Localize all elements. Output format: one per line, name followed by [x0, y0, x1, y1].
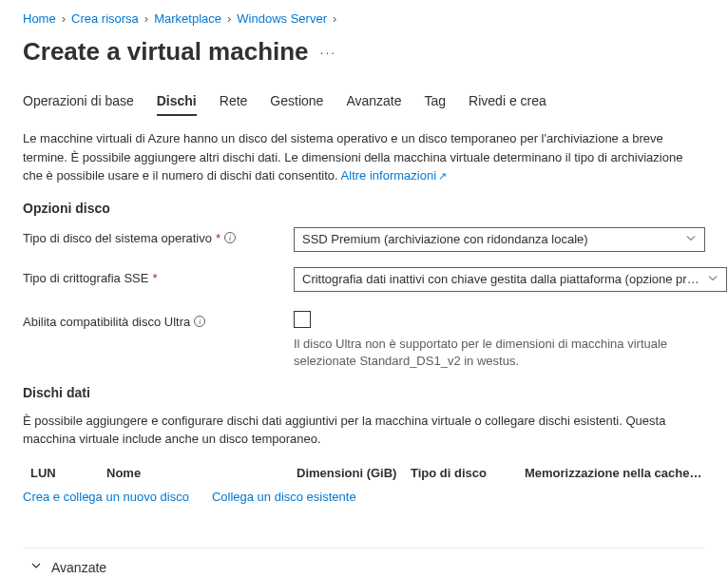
- breadcrumb-create-resource[interactable]: Crea risorsa: [71, 11, 139, 26]
- ultra-disk-label: Abilita compatibilità disco Ultra i: [23, 311, 294, 329]
- required-indicator: *: [216, 231, 220, 245]
- chevron-down-icon: [707, 272, 718, 286]
- col-lun: LUN: [30, 466, 106, 480]
- intro-text: Le macchine virtuali di Azure hanno un d…: [23, 129, 705, 185]
- chevron-right-icon: ›: [62, 11, 66, 26]
- col-size: Dimensioni (GiB): [297, 466, 411, 480]
- section-disk-options: Opzioni disco: [23, 201, 705, 216]
- col-name: Nome: [106, 466, 297, 480]
- create-attach-disk-link[interactable]: Crea e collega un nuovo disco: [23, 490, 189, 504]
- sse-encryption-label: Tipo di crittografia SSE *: [23, 267, 294, 285]
- tab-disks[interactable]: Dischi: [157, 93, 197, 116]
- chevron-down-icon: [685, 232, 697, 246]
- tab-advanced[interactable]: Avanzate: [346, 93, 401, 116]
- chevron-right-icon: ›: [227, 11, 231, 26]
- tab-networking[interactable]: Rete: [220, 93, 248, 116]
- learn-more-link[interactable]: Altre informazioni↗: [341, 168, 447, 183]
- ultra-disk-hint: Il disco Ultra non è supportato per le d…: [294, 336, 705, 370]
- chevron-right-icon: ›: [333, 11, 336, 26]
- col-disk-type: Tipo di disco: [411, 466, 525, 480]
- page-title: Create a virtual machine: [23, 37, 309, 67]
- advanced-accordion-label: Avanzate: [51, 560, 106, 575]
- external-link-icon: ↗: [438, 170, 447, 182]
- ultra-disk-checkbox[interactable]: [294, 311, 311, 328]
- breadcrumb-home[interactable]: Home: [23, 11, 56, 26]
- col-caching: Memorizzazione nella cache de…: [525, 466, 705, 480]
- breadcrumb: Home › Crea risorsa › Marketplace › Wind…: [23, 11, 705, 26]
- tab-basics[interactable]: Operazioni di base: [23, 93, 134, 116]
- section-data-disks: Dischi dati: [23, 385, 705, 400]
- chevron-right-icon: ›: [144, 11, 148, 26]
- info-icon[interactable]: i: [224, 232, 236, 243]
- required-indicator: *: [152, 271, 157, 285]
- data-disks-table-header: LUN Nome Dimensioni (GiB) Tipo di disco …: [23, 460, 705, 490]
- tabs: Operazioni di base Dischi Rete Gestione …: [23, 93, 705, 116]
- tab-tags[interactable]: Tag: [425, 93, 447, 116]
- attach-existing-disk-link[interactable]: Collega un disco esistente: [212, 490, 356, 504]
- more-actions-button[interactable]: ···: [320, 45, 337, 60]
- breadcrumb-marketplace[interactable]: Marketplace: [154, 11, 221, 26]
- data-disks-description: È possibile aggiungere e configurare dis…: [23, 412, 705, 449]
- chevron-down-icon: [30, 560, 42, 574]
- sse-encryption-select[interactable]: Crittografia dati inattivi con chiave ge…: [294, 267, 727, 292]
- breadcrumb-windows-server[interactable]: Windows Server: [237, 11, 327, 26]
- tab-review[interactable]: Rivedi e crea: [469, 93, 546, 116]
- info-icon[interactable]: i: [194, 316, 205, 327]
- os-disk-type-select[interactable]: SSD Premium (archiviazione con ridondanz…: [294, 227, 705, 252]
- os-disk-type-label: Tipo di disco del sistema operativo * i: [23, 227, 294, 245]
- advanced-accordion[interactable]: Avanzate: [23, 548, 705, 578]
- tab-management[interactable]: Gestione: [270, 93, 323, 116]
